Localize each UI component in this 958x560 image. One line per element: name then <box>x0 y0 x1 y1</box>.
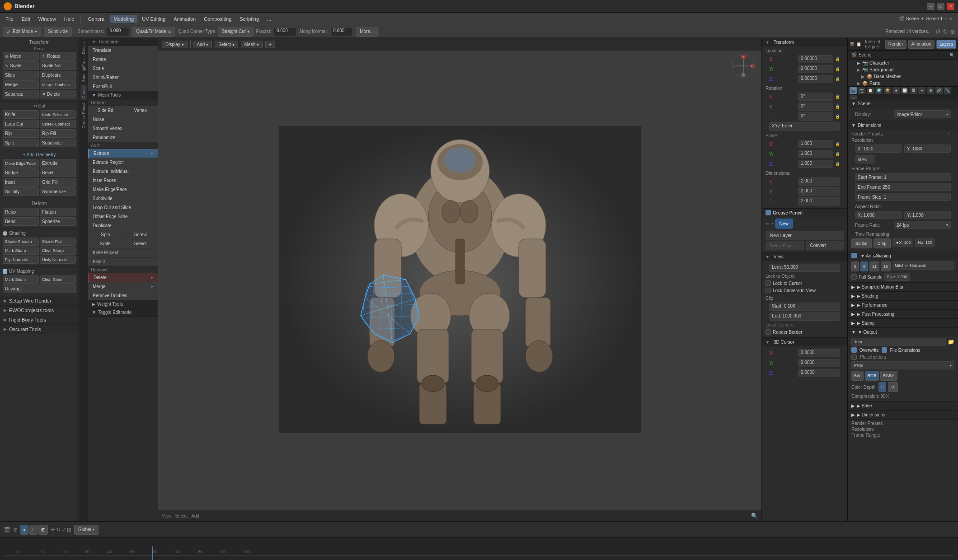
more-btn[interactable]: More... <box>356 27 378 37</box>
stamp-header[interactable]: ▶ ▶ Stamp <box>848 319 958 327</box>
new-field[interactable]: No: 100 <box>915 238 935 247</box>
loc-x-lock[interactable]: 🔒 <box>835 57 840 61</box>
screw-btn[interactable]: Screw <box>123 230 158 239</box>
bw-btn[interactable]: BW <box>851 371 864 381</box>
res-percent-field[interactable]: 50% <box>855 155 875 163</box>
fractal-input[interactable]: 0.000 <box>274 27 296 36</box>
old-field[interactable]: ◄X: 100 <box>892 238 914 247</box>
dimensions2-header[interactable]: ▶ ▶ Dimensions <box>848 411 958 419</box>
res-y-field[interactable]: Y: 1080 <box>904 145 951 153</box>
relax-btn[interactable]: Relax <box>3 208 39 216</box>
rigid-body-header[interactable]: ▶ Rigid Body Tools <box>0 315 79 324</box>
bend-btn[interactable]: Bend <box>3 217 39 226</box>
outliner-background[interactable]: ▶ 📷 Background <box>848 66 958 73</box>
aa-5-btn[interactable]: 5 <box>851 261 859 271</box>
scale-x-input[interactable]: 1.000 <box>798 140 833 148</box>
spherize-btn[interactable]: Spherize <box>40 217 76 226</box>
rgb-btn[interactable]: RGB <box>865 371 879 381</box>
loc-x-input[interactable]: 0.00000 <box>798 55 833 63</box>
nav-icon-2[interactable]: ↻ <box>943 28 948 35</box>
rot-x-input[interactable]: 0° <box>798 93 833 101</box>
crop-btn[interactable]: Crop <box>873 238 891 248</box>
filter-dropdown[interactable]: Mitchell-Netravali <box>892 261 954 270</box>
prop-icon-scene[interactable]: 🎬 <box>850 87 857 94</box>
subdivide-btn[interactable]: Subdivide <box>44 27 72 37</box>
camera-to-view-check[interactable] <box>765 288 771 293</box>
aa-size-field[interactable]: Size: 1.000 <box>884 273 910 281</box>
prop-icon-mesh[interactable]: ◈ <box>892 87 900 94</box>
setup-wire-header[interactable]: ▶ Setup Wire Render <box>0 296 79 305</box>
rotate-btn[interactable]: ↻ Rotate <box>40 52 76 61</box>
plus-btn[interactable]: + <box>265 41 275 48</box>
remove-doubles-btn[interactable]: Remove Doubles <box>88 291 158 300</box>
move-btn[interactable]: ⊕ Move <box>3 52 39 61</box>
depth-8-btn[interactable]: 8 <box>878 382 886 392</box>
bake-header[interactable]: ▶ ▶ Bake <box>848 401 958 410</box>
knife-selected-btn[interactable]: Knife Selected <box>40 110 76 119</box>
outliner-base-meshes[interactable]: ▶ 📦 Base Meshes <box>848 73 958 80</box>
minimize-button[interactable]: − <box>927 3 935 10</box>
subdivide-mesh-btn[interactable]: Subdivide <box>88 194 158 203</box>
delete-mesh-btn[interactable]: Delete ▾ <box>88 273 158 282</box>
bevel-btn[interactable]: Bevel <box>40 168 76 177</box>
mark-seam-btn[interactable]: Mark Seam <box>3 275 39 284</box>
translate-btn[interactable]: Translate <box>88 46 158 55</box>
flatten-btn[interactable]: Flatten <box>40 208 76 216</box>
loop-cut-slide-btn[interactable]: Loop Cut and Slide <box>88 203 158 212</box>
gp-convert-btn[interactable]: Convert <box>806 241 844 250</box>
rotate-icon[interactable]: ↻ <box>56 527 61 533</box>
border-btn[interactable]: Border <box>851 238 872 248</box>
render-border-check[interactable] <box>765 329 771 335</box>
bisect-btn[interactable]: Bisect <box>88 257 158 266</box>
along-normal-input[interactable]: 0.000 <box>330 27 353 36</box>
nav-icon-1[interactable]: ↺ <box>935 28 941 35</box>
straight-cut-btn[interactable]: Straight Cut ▾ <box>218 27 254 37</box>
shade-smooth-btn[interactable]: Shade Smooth <box>3 238 39 246</box>
sharing-tab[interactable]: Sharing/Fa... <box>80 57 87 84</box>
clear-sharp-btn[interactable]: Clear Sharp <box>40 247 76 255</box>
global-btn[interactable]: Global ▾ <box>74 525 99 535</box>
smooth-vertex-btn[interactable]: Smooth Vertex <box>88 124 158 133</box>
details-tab[interactable]: Details <box>80 40 87 56</box>
clip-end-input[interactable]: End: 1000.000 <box>769 313 840 321</box>
prop-icon-render[interactable]: 📷 <box>858 87 865 94</box>
viewport-view-btn[interactable]: View <box>162 513 172 518</box>
smoothness-input[interactable]: 0.000 <box>107 27 129 36</box>
aa-11-btn[interactable]: 11 <box>869 261 879 271</box>
weight-tools-title[interactable]: ▶ Weight Tools <box>88 300 158 308</box>
rip-btn[interactable]: Rip <box>3 129 39 138</box>
menu-general[interactable]: General <box>84 15 109 23</box>
dimensions-header[interactable]: ▼ Dimensions <box>848 121 958 130</box>
prop-icon-obj[interactable]: 📦 <box>884 87 891 94</box>
face-btn[interactable]: ◩ <box>38 525 48 535</box>
end-frame-field[interactable]: End Frame: 250 <box>855 183 951 191</box>
merge-btn[interactable]: Merge <box>3 80 39 89</box>
make-edge-face-btn[interactable]: Make Edge/Face <box>88 185 158 194</box>
bridge-btn[interactable]: Bridge <box>3 168 39 177</box>
aspect-y-field[interactable]: Y: 1.000 <box>904 211 951 219</box>
maximize-button[interactable]: □ <box>937 3 944 10</box>
aa-checkbox[interactable] <box>851 253 857 258</box>
grid-fill-btn[interactable]: Grid Fill <box>40 178 76 187</box>
spin-btn[interactable]: Spin <box>88 230 123 239</box>
scale-icon[interactable]: ⤢ <box>61 527 66 533</box>
rot-z-input[interactable]: 0° <box>798 112 833 121</box>
prop-icon-modifiers[interactable]: 🔧 <box>944 87 951 94</box>
rotate-mesh-btn[interactable]: Rotate <box>88 55 158 64</box>
display-dropdown[interactable]: Image Editor ▾ <box>894 110 951 118</box>
frame-rate-dropdown[interactable]: 24 fps ▾ <box>894 221 951 229</box>
prop-icon-world[interactable]: 🌍 <box>875 87 883 94</box>
outliner-character[interactable]: ▶ 📷 Character <box>848 60 958 66</box>
menu-edit[interactable]: Edit <box>18 15 34 23</box>
delete-btn[interactable]: ✕ Delete <box>40 90 76 98</box>
inset-faces-btn[interactable]: Inset Faces <box>88 176 158 185</box>
quad-tri-btn[interactable]: Quad/Tri Mode ☑ <box>132 27 175 37</box>
clip-start-input[interactable]: Start: 0.100 <box>769 303 840 311</box>
menu-modeling[interactable]: Modeling <box>110 15 138 23</box>
clear-seam-btn[interactable]: Clear Seam <box>40 275 76 284</box>
scale-mesh-btn[interactable]: Scale <box>88 64 158 73</box>
mark-sharp-btn[interactable]: Mark Sharp <box>3 247 39 255</box>
move-icon[interactable]: ✛ <box>51 527 55 533</box>
inset-btn[interactable]: Inset <box>3 178 39 187</box>
subdivide-tool-btn[interactable]: Subdivide <box>40 139 76 147</box>
